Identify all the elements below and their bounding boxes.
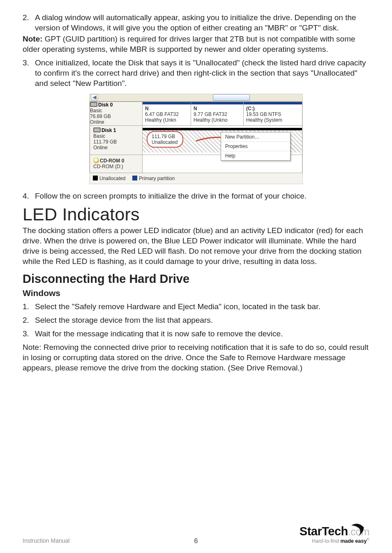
vol2-letter: N	[194, 106, 241, 111]
menu-properties[interactable]: Properties	[221, 142, 290, 151]
disc-step-2: 2. Select the storage device from the li…	[23, 315, 369, 325]
subheading-windows: Windows	[23, 288, 369, 298]
step-2-num: 2.	[23, 12, 29, 23]
heading-led-indicators: LED Indicators	[23, 204, 369, 224]
step-2: 2. A dialog window will automatically ap…	[23, 12, 369, 33]
scroll-left-arrow-icon[interactable]: ◀	[91, 94, 98, 101]
disk-icon	[93, 127, 101, 132]
disk0-row: Disk 0 Basic 76.69 GB Online N 6.47 GB F…	[90, 102, 302, 125]
cdrom-sub: CD-ROM (D:)	[93, 164, 139, 169]
footer-page-number: 6	[194, 537, 198, 545]
disk1-status: Online	[93, 145, 139, 150]
legend: Unallocated Primary partition	[90, 173, 302, 184]
vol2-status: Healthy (Unkno	[194, 117, 241, 123]
vol1-status: Healthy (Unkn	[145, 117, 188, 123]
disc-note: Note: Removing the connected drive prior…	[23, 342, 369, 373]
scroll-thumb[interactable]	[213, 94, 250, 101]
legend-primary-swatch	[132, 176, 137, 180]
disk-icon	[90, 102, 97, 107]
horizontal-scrollbar[interactable]: ◀	[90, 94, 302, 102]
cdrom-icon	[93, 157, 99, 163]
context-menu: New Partition… Properties Help	[221, 132, 291, 161]
step-4-num: 4.	[23, 191, 29, 201]
step-4-text: Follow the on screen prompts to initiali…	[35, 192, 307, 200]
note-label: Note:	[23, 35, 43, 43]
disk1-size: 111.79 GB	[93, 139, 139, 145]
vol2-size: 9.77 GB FAT32	[194, 111, 241, 117]
callout-size: 111.79 GB	[152, 134, 178, 139]
vol3-letter: (C:)	[246, 106, 300, 111]
vol3-size: 19.53 GB NTFS	[246, 111, 300, 117]
vol1-size: 6.47 GB FAT32	[145, 111, 188, 117]
disk0-title: Disk 0	[90, 102, 142, 108]
unallocated-region[interactable]: 111.79 GB Unallocated New Partition… Pro…	[143, 130, 302, 153]
disk0-type: Basic	[90, 108, 142, 113]
legend-unallocated-swatch	[93, 176, 98, 180]
step-4: 4. Follow the on screen prompts to initi…	[23, 191, 369, 201]
swoosh-icon	[350, 523, 365, 538]
disc-step-2-num: 2.	[23, 315, 29, 325]
vol3-status: Healthy (System	[246, 117, 300, 123]
disk0-size: 76.69 GB	[90, 113, 142, 119]
disk1-type: Basic	[93, 133, 139, 139]
legend-primary-label: Primary partition	[139, 176, 175, 181]
disk0-status: Online	[90, 119, 142, 125]
startech-logo: StarTech.com Hard-to-find made easy®	[300, 525, 369, 544]
volume-1[interactable]: N 6.47 GB FAT32 Healthy (Unkn	[143, 104, 191, 125]
callout-bubble: 111.79 GB Unallocated	[147, 131, 183, 148]
note-text: GPT (GUID partition) is required for dri…	[23, 35, 355, 53]
step-3-text: Once initialized, locate the Disk that s…	[35, 58, 366, 88]
vol1-letter: N	[145, 106, 188, 111]
disc-step-3-num: 3.	[23, 329, 29, 339]
disk1-row: Disk 1 Basic 111.79 GB Online 111.79 GB …	[90, 125, 302, 155]
volume-2[interactable]: N 9.77 GB FAT32 Healthy (Unkno	[191, 104, 243, 125]
note-paragraph: Note: GPT (GUID partition) is required f…	[23, 34, 369, 54]
brand-tagline: Hard-to-find made easy®	[300, 537, 369, 544]
disc-step-1: 1. Select the "Safely remove Hardware an…	[23, 301, 369, 312]
step-3: 3. Once initialized, locate the Disk tha…	[23, 58, 369, 88]
menu-help[interactable]: Help	[221, 151, 290, 160]
disc-step-3: 3. Wait for the message indicating that …	[23, 329, 369, 339]
volume-3[interactable]: (C:) 19.53 GB NTFS Healthy (System	[244, 104, 302, 125]
step-2-text: A dialog window will automatically appea…	[35, 13, 356, 32]
disk-management-diagram: ◀ Disk 0 Basic 76.69 GB Online N 6.47 GB…	[89, 94, 303, 184]
callout-status: Unallocated	[152, 139, 178, 145]
disk1-title: Disk 1	[93, 127, 139, 133]
disc-step-3-text: Wait for the message indicating that it …	[35, 329, 283, 338]
disc-step-1-num: 1.	[23, 301, 29, 312]
disc-step-2-text: Select the storage device from the list …	[35, 316, 213, 324]
cdrom-title: CD-ROM 0	[93, 157, 139, 164]
legend-unallocated-label: Unallocated	[99, 176, 125, 181]
led-paragraph: The docking station offers a power LED i…	[23, 225, 369, 266]
footer-instruction-manual: Instruction Manual	[23, 537, 69, 544]
heading-disconnecting: Disconnecting the Hard Drive	[23, 272, 369, 286]
step-3-num: 3.	[23, 58, 29, 68]
page-footer: Instruction Manual 6 StarTech.com Hard-t…	[23, 525, 369, 544]
menu-new-partition[interactable]: New Partition…	[221, 132, 290, 142]
disc-step-1-text: Select the "Safely remove Hardware and E…	[35, 302, 321, 311]
brand-name: StarTech	[300, 525, 348, 538]
